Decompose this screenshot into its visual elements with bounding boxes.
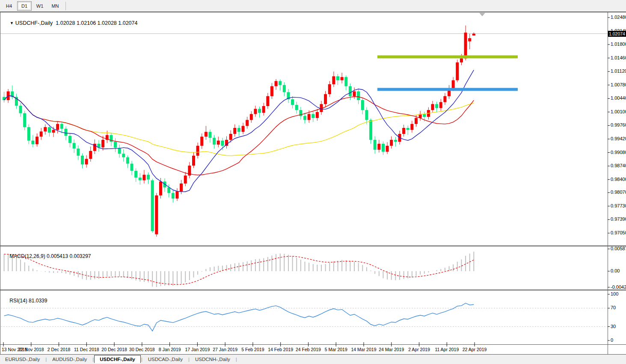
- price-chart-canvas[interactable]: [0, 0, 626, 364]
- rsi-pane: [1, 303, 607, 331]
- main-price-pane: [0, 26, 608, 237]
- chart-dropdown-icon[interactable]: ▼: [10, 21, 14, 25]
- trading-terminal-window: H4D1W1MN ▼USDCHF-,Daily 1.02028 1.02106 …: [0, 0, 626, 364]
- current-price-badge: 1.02074: [608, 31, 626, 37]
- rsi-value: 81.0339: [29, 298, 47, 304]
- macd-values: 0.005413 0.003297: [47, 253, 91, 259]
- chart-symbol-label: USDCHF-,Daily: [15, 20, 53, 26]
- chart-ohlc-values: 1.02028 1.02106 1.02028 1.02074: [56, 20, 137, 26]
- chart-title: ▼USDCHF-,Daily 1.02028 1.02106 1.02028 1…: [4, 14, 137, 32]
- macd-pane-label: MACD(12,26,9) 0.005413 0.003297: [4, 247, 91, 265]
- rsi-pane-label: RSI(14) 81.0339: [4, 292, 47, 310]
